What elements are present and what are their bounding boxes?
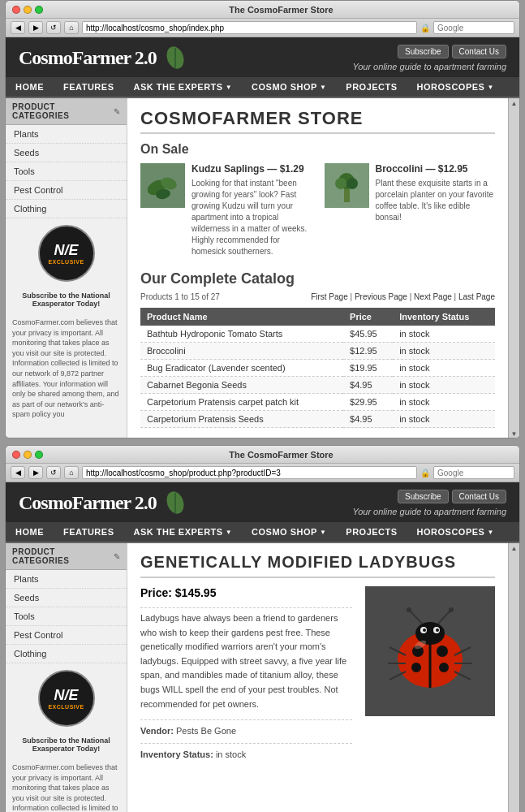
nav-shop-1[interactable]: COSMO SHOP ▼ (242, 77, 336, 97)
address-bar-2[interactable] (82, 466, 417, 479)
sidebar-item-pestcontrol-1[interactable]: Pest Control (6, 181, 127, 200)
broccolini-title: Broccolini — $12.95 (376, 163, 496, 175)
forward-button-2[interactable]: ▶ (28, 466, 43, 479)
product-name[interactable]: Bathtub Hydroponic Tomato Starts (140, 326, 343, 343)
product-name[interactable]: Broccolini (140, 343, 343, 360)
nav-projects-1[interactable]: PROJECTS (336, 77, 407, 97)
refresh-button[interactable]: ↺ (46, 21, 61, 34)
sidebar-item-clothing-1[interactable]: Clothing (6, 200, 127, 218)
header-buttons: Subscribe Contact Us (398, 45, 506, 58)
product-name[interactable]: Carpetorium Pratensis Seeds (140, 411, 343, 428)
featured-item-1: Kudzu Saplings — $1.29 Looking for that … (140, 163, 312, 257)
scrollbar-2[interactable]: ▲ ▼ (508, 543, 519, 812)
nav-projects-2[interactable]: PROJECTS (336, 522, 407, 542)
sidebar-header-2: PRODUCT CATEGORIES ✎ (6, 543, 127, 570)
maximize-button[interactable] (35, 6, 43, 14)
product-title: GENETICALLY MODIFIED LADYBUGS (140, 553, 495, 578)
nav-home-1[interactable]: HOME (6, 77, 54, 97)
window-controls-2 (12, 451, 43, 459)
product-price: $12.95 (343, 343, 393, 360)
logo-leaf-icon (163, 44, 187, 72)
back-button-2[interactable]: ◀ (11, 466, 25, 479)
sidebar-item-tools-1[interactable]: Tools (6, 162, 127, 181)
broccolini-text: Broccolini — $12.95 Plant these exquisit… (376, 163, 496, 257)
nav-home-2[interactable]: HOME (6, 522, 54, 542)
sidebar-item-seeds-2[interactable]: Seeds (6, 589, 127, 607)
dropdown-arrow-2b: ▼ (320, 529, 326, 536)
maximize-button-2[interactable] (35, 451, 43, 459)
nav-horoscopes-2[interactable]: HOROSCOPES ▼ (407, 522, 504, 542)
product-status: in stock (393, 343, 495, 360)
refresh-button-2[interactable]: ↺ (46, 466, 61, 479)
table-row: Broccolini $12.95 in stock (140, 343, 495, 360)
security-icon: 🔒 (420, 24, 430, 32)
sidebar-item-seeds-1[interactable]: Seeds (6, 144, 127, 162)
close-button[interactable] (12, 6, 20, 14)
product-name[interactable]: Carpetorium Pratensis carpet patch kit (140, 394, 343, 411)
product-price: $4.95 (343, 411, 393, 428)
titlebar-1: The CosmoFarmer Store (6, 1, 519, 19)
nav-horoscopes-1[interactable]: HOROSCOPES ▼ (407, 77, 504, 97)
svg-point-25 (436, 628, 439, 632)
nav-shop-2[interactable]: COSMO SHOP ▼ (242, 522, 336, 542)
nav-features-2[interactable]: FEATURES (54, 522, 123, 542)
titlebar-2: The CosmoFarmer Store (6, 446, 519, 464)
close-button-2[interactable] (12, 451, 20, 459)
page-title-1: COSMOFARMER STORE (140, 108, 495, 134)
ne-promo-1: N/E Exclusive Subscribe to the National … (6, 225, 127, 311)
sidebar-categories-label-2: PRODUCT CATEGORIES (12, 547, 114, 565)
vendor-label: Vendor: (140, 726, 174, 736)
home-button[interactable]: ⌂ (64, 21, 79, 34)
sidebar-item-clothing-2[interactable]: Clothing (6, 645, 127, 663)
edit-icon-2[interactable]: ✎ (114, 552, 120, 561)
search-bar-1[interactable] (433, 21, 514, 34)
ladybug-image (365, 586, 495, 716)
ne-promo-2: N/E Exclusive Subscribe to the National … (6, 670, 127, 756)
search-bar-2[interactable] (433, 466, 514, 479)
sidebar-item-plants-2[interactable]: Plants (6, 570, 127, 589)
sidebar-item-tools-2[interactable]: Tools (6, 607, 127, 626)
ne-badge-2: N/E Exclusive (38, 670, 95, 727)
address-bar-1[interactable] (82, 21, 417, 34)
forward-button[interactable]: ▶ (28, 21, 43, 34)
sidebar-disclaimer-1: CosmoFarmer.com believes that your priva… (6, 311, 127, 426)
subscribe-button-1[interactable]: Subscribe (398, 45, 448, 58)
dropdown-arrow-2: ▼ (226, 529, 232, 536)
nav-ask-2[interactable]: ASK THE EXPERTS ▼ (123, 522, 242, 542)
dropdown-arrow: ▼ (226, 84, 232, 91)
product-price: $29.95 (343, 394, 393, 411)
kudzu-image (140, 163, 185, 208)
subscribe-button-2[interactable]: Subscribe (398, 490, 448, 503)
site-header-2: CosmoFarmer 2.0 Subscribe Contact Us You… (6, 482, 519, 522)
kudzu-text: Kudzu Saplings — $1.29 Looking for that … (191, 163, 312, 257)
sidebar-item-pestcontrol-2[interactable]: Pest Control (6, 626, 127, 645)
back-button[interactable]: ◀ (11, 21, 25, 34)
window-title-2: The CosmoFarmer Store (49, 450, 513, 460)
next-page-link[interactable]: Next Page (414, 292, 452, 301)
product-name[interactable]: Bug Eradicator (Lavender scented) (140, 360, 343, 377)
ne-subscribe-text-1: Subscribe to the National Exasperator To… (6, 288, 127, 311)
contact-button-2[interactable]: Contact Us (452, 490, 506, 503)
product-name[interactable]: Cabarnet Begonia Seeds (140, 377, 343, 394)
edit-icon[interactable]: ✎ (114, 107, 120, 116)
home-button-2[interactable]: ⌂ (64, 466, 79, 479)
sidebar-item-plants-1[interactable]: Plants (6, 125, 127, 144)
inventory-label: Inventory Status: (140, 749, 213, 759)
ne-logo-2: N/E (54, 687, 78, 704)
scrollbar-1[interactable]: ▲ ▼ (508, 98, 519, 438)
contact-button-1[interactable]: Contact Us (452, 45, 506, 58)
first-page-link[interactable]: First Page (311, 292, 348, 301)
dropdown-arrow: ▼ (487, 84, 493, 91)
last-page-link[interactable]: Last Page (458, 292, 495, 301)
minimize-button-2[interactable] (24, 451, 32, 459)
ne-logo-1: N/E (54, 242, 78, 259)
ne-badge-1: N/E Exclusive (38, 225, 95, 282)
minimize-button[interactable] (24, 6, 32, 14)
col-price: Price (343, 308, 393, 326)
divider-1 (140, 607, 352, 608)
nav-features-1[interactable]: FEATURES (54, 77, 123, 97)
nav-ask-1[interactable]: ASK THE EXPERTS ▼ (123, 77, 242, 97)
prev-page-link[interactable]: Previous Page (355, 292, 407, 301)
sidebar-disclaimer-2: CosmoFarmer.com believes that your priva… (6, 756, 127, 812)
divider-3 (140, 743, 352, 744)
